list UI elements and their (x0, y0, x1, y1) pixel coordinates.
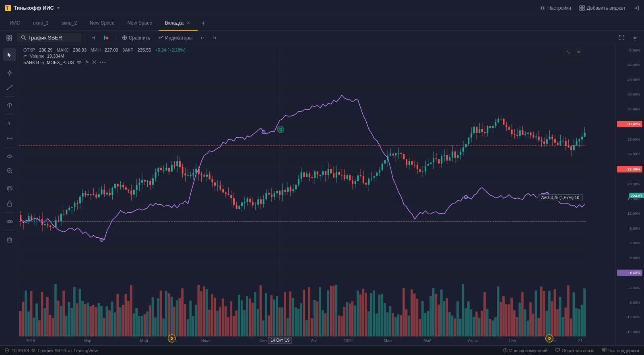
svg-rect-40 (8, 238, 12, 242)
measure-icon (6, 135, 13, 141)
settings-label: Настройки (547, 5, 571, 11)
app-title-chevron-icon[interactable]: ▼ (56, 6, 60, 10)
tab-newspace2-label: New Space (127, 20, 152, 26)
chart-source: График SBER от TradingView (38, 348, 98, 353)
exit-button[interactable] (634, 5, 639, 11)
svg-point-44 (78, 62, 80, 63)
change-val: +5.24 (+2.28%) (155, 48, 186, 52)
tab-vkladka[interactable]: Вкладка ✕ (159, 16, 198, 31)
axis-8: 8.00% (617, 226, 642, 231)
axis-22: 22.39% (617, 166, 642, 172)
svg-text:T: T (8, 121, 11, 127)
svg-rect-10 (7, 38, 9, 40)
svg-point-45 (86, 62, 87, 63)
tab-iis[interactable]: ИИС (3, 16, 27, 31)
volume-toggle-icon[interactable] (23, 54, 27, 58)
axis-12: 12.00% (617, 211, 642, 216)
chart-pin-btn[interactable]: ✕ (574, 48, 583, 56)
exit-icon (634, 5, 639, 11)
tab-okno2[interactable]: окно_2 (55, 16, 84, 31)
svg-point-23 (634, 37, 636, 39)
interval-button[interactable]: H (88, 33, 98, 42)
app-title-area: Т Тинькофф ИИС ▼ (5, 5, 60, 11)
volume-info: Volume 19.334M (23, 54, 186, 58)
tool-sep-3 (5, 114, 14, 115)
clock-icon (5, 348, 9, 353)
bottom-bar: 10:39:53 График SBER от TradingView Спис… (0, 345, 644, 355)
chat-label: Чат поддержки (608, 348, 639, 353)
svg-point-50 (104, 62, 105, 63)
add-widget-icon (579, 5, 585, 11)
chat-button[interactable]: Чат поддержки (602, 348, 639, 353)
axis-neg4: -4.00% (617, 285, 642, 291)
chart-area[interactable]: ОТКР 230.29 МАКС 236.03 МИН 227.00 ЗАКР … (19, 45, 615, 345)
expand-button[interactable] (3, 33, 15, 42)
svg-rect-17 (106, 37, 108, 39)
lock-icon (6, 200, 13, 207)
crosshair-icon (6, 70, 13, 76)
magnet-tool[interactable] (3, 183, 16, 195)
tab-newspace1[interactable]: New Space (83, 16, 121, 31)
magnet-icon (6, 186, 13, 192)
svg-line-53 (7, 351, 8, 351)
tab-iis-label: ИИС (10, 20, 20, 26)
changelog-button[interactable]: Список изменений (503, 348, 547, 353)
svg-rect-9 (10, 35, 12, 37)
top-bar: Т Тинькофф ИИС ▼ Настройки Добавить видж… (0, 0, 644, 16)
undo-icon: ↩ (200, 35, 204, 41)
svg-rect-6 (582, 8, 584, 10)
maks-label: МАКС (57, 48, 69, 52)
indicators-label: Индикаторы (165, 35, 192, 41)
chat-icon (602, 348, 607, 353)
axis-30: 30.42% (617, 121, 642, 127)
text-tool[interactable]: T (3, 117, 16, 130)
settings-button[interactable]: Настройки (540, 5, 571, 11)
expand-icon (6, 35, 12, 41)
redo-button[interactable]: ↪ (209, 33, 220, 42)
symbol-settings-icon[interactable] (84, 60, 89, 65)
axis-36: 36.00% (617, 91, 642, 97)
zoom-tool[interactable] (3, 164, 16, 177)
pitchfork-tool[interactable] (3, 99, 16, 112)
indicators-icon (158, 35, 163, 40)
tool-sep-7 (5, 230, 14, 231)
delete-tool[interactable] (3, 233, 16, 246)
chart-settings-button[interactable] (629, 33, 641, 42)
cursor-tool[interactable] (3, 48, 16, 61)
chart-expand-btn[interactable]: ⤡ (564, 48, 572, 56)
tab-okno1[interactable]: окно_1 (27, 16, 55, 31)
candle-type-button[interactable] (100, 33, 112, 42)
tab-newspace2[interactable]: New Space (121, 16, 158, 31)
d-marker-left[interactable]: D (168, 334, 176, 343)
chart-settings-icon (632, 35, 638, 40)
feedback-button[interactable]: Обратная связь (555, 348, 594, 353)
svg-rect-3 (580, 6, 582, 8)
add-widget-button[interactable]: Добавить виджет (579, 5, 625, 11)
fib-tool[interactable] (3, 150, 16, 163)
axis-28: 28.00% (617, 137, 642, 142)
symbol-close-icon[interactable] (92, 60, 97, 65)
measure-tool[interactable] (3, 132, 16, 145)
indicators-button[interactable]: Индикаторы (155, 33, 196, 42)
tab-vkladka-close[interactable]: ✕ (186, 20, 191, 26)
sep2 (115, 34, 116, 42)
trend-tool[interactable] (3, 81, 16, 94)
tool-sep-1 (5, 64, 14, 64)
symbol-eye-icon[interactable] (76, 60, 82, 65)
volume-label: Volume (30, 54, 45, 58)
search-ticker[interactable]: График SBER (17, 33, 81, 42)
svg-rect-5 (580, 8, 582, 10)
chart-canvas[interactable] (19, 45, 586, 345)
zakr-val: 235.55 (137, 48, 151, 52)
crosshair-tool[interactable] (3, 66, 16, 79)
tab-add-button[interactable]: + (198, 18, 209, 29)
compare-button[interactable]: Сравнить (119, 33, 153, 42)
pitchfork-icon (6, 102, 13, 109)
eye-tool[interactable] (3, 215, 16, 228)
axis-32: 32.00% (617, 106, 642, 112)
undo-button[interactable]: ↩ (197, 33, 208, 42)
lock-tool[interactable] (3, 197, 16, 210)
symbol-more-icon[interactable] (99, 60, 106, 65)
fullscreen-button[interactable] (616, 33, 627, 42)
current-price-label: 224.87 (629, 193, 644, 198)
